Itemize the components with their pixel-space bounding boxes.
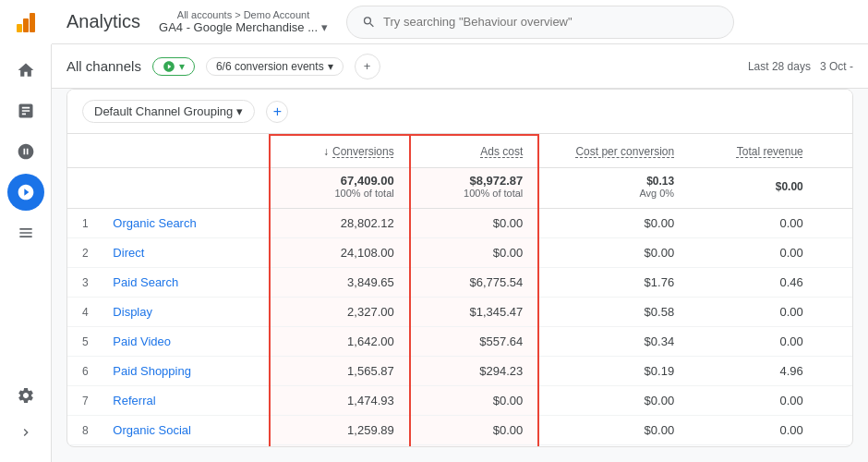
app-title: Analytics [66, 11, 140, 32]
row-rank: 1 [67, 209, 98, 238]
row-ads-cost: $557.64 [410, 327, 539, 357]
row-rank: 7 [67, 386, 98, 416]
sub-header: All channels ▾ 6/6 conversion events ▾ +… [52, 44, 868, 89]
row-cost-per-conversion: $0.34 [538, 327, 689, 357]
table-row: 3 Paid Search 3,849.65 $6,775.54 $1.76 0… [67, 268, 852, 298]
channel-name[interactable]: Referral [98, 386, 270, 416]
conversion-events-badge[interactable]: 6/6 conversion events ▾ [206, 57, 344, 76]
row-cost-per-conversion: $0.58 [538, 298, 689, 327]
top-bar: Analytics All accounts > Demo Account GA… [52, 0, 868, 44]
channel-name[interactable]: Direct [98, 238, 270, 268]
sidebar-item-home[interactable] [7, 52, 44, 89]
row-total-revenue: 0.00 [689, 298, 818, 327]
page-title: All channels [66, 58, 141, 74]
row-conversions: 3,849.65 [270, 268, 409, 298]
row-rank: 6 [67, 357, 98, 386]
account-name: GA4 - Google Merchandise ... [159, 20, 318, 34]
svg-rect-2 [30, 13, 35, 32]
table-row: 4 Display 2,327.00 $1,345.47 $0.58 0.00 [67, 298, 852, 327]
summary-row: 67,409.00100% of total $8,972.87100% of … [67, 168, 852, 209]
table-header-controls: Default Channel Grouping ▾ + [67, 90, 852, 134]
row-ads-cost: $0.00 [410, 209, 539, 238]
conversion-events-dropdown-icon: ▾ [328, 60, 333, 73]
breadcrumb-account[interactable]: GA4 - Google Merchandise ... ▾ [159, 20, 328, 34]
row-ads-cost: $0.00 [410, 386, 539, 416]
sidebar-item-reports[interactable] [7, 92, 44, 129]
channel-name[interactable]: Organic Social [98, 416, 270, 445]
cost-per-conversion-column-header[interactable]: Cost per conversion [538, 135, 689, 168]
table-row: 7 Referral 1,474.93 $0.00 $0.00 0.00 [67, 386, 852, 416]
total-revenue-column-header[interactable]: Total revenue [689, 135, 818, 168]
row-ads-cost: $294.23 [410, 357, 539, 386]
row-conversions: 1,474.93 [270, 386, 409, 416]
add-dimension-button[interactable]: + [266, 101, 288, 123]
channel-name[interactable]: Paid Search [98, 268, 270, 298]
row-rank: 8 [67, 416, 98, 445]
table-row: 6 Paid Shopping 1,565.87 $294.23 $0.19 4… [67, 357, 852, 386]
channel-name[interactable]: Paid Video [98, 327, 270, 357]
sidebar [0, 0, 52, 462]
row-ads-cost: $1,345.47 [410, 298, 539, 327]
sidebar-expand-button[interactable] [7, 418, 44, 447]
table-row: 8 Organic Social 1,259.89 $0.00 $0.00 0.… [67, 416, 852, 445]
row-total-revenue: 4.96 [689, 357, 818, 386]
row-conversions: 24,108.00 [270, 238, 409, 268]
channel-name[interactable]: Paid Shopping [98, 357, 270, 386]
breadcrumb: All accounts > Demo Account GA4 - Google… [159, 9, 328, 34]
search-input[interactable] [383, 15, 718, 29]
main-content: Analytics All accounts > Demo Account GA… [52, 0, 868, 462]
row-cost-per-conversion: $0.00 [538, 209, 689, 238]
row-conversions: 1,642.00 [270, 327, 409, 357]
sidebar-item-settings[interactable] [7, 377, 44, 414]
row-rank: 3 [67, 268, 98, 298]
row-cost-per-conversion: $0.00 [538, 416, 689, 445]
row-total-revenue: 0.00 [689, 238, 818, 268]
total-revenue-label: Total revenue [737, 145, 803, 158]
row-cost-per-conversion: $0.00 [538, 386, 689, 416]
rank-column-header [67, 135, 98, 168]
search-bar[interactable] [346, 6, 734, 39]
channel-name[interactable]: Email [98, 445, 270, 448]
table-row: 5 Paid Video 1,642.00 $557.64 $0.34 0.00 [67, 327, 852, 357]
channel-column-header [98, 135, 270, 168]
row-cost-per-conversion: $1.76 [538, 268, 689, 298]
row-conversions: 1,259.89 [270, 416, 409, 445]
date-range-label: Last 28 days [748, 60, 811, 73]
channel-grouping-button[interactable]: Default Channel Grouping ▾ [82, 100, 255, 123]
table-header-row: ↓ Conversions Ads cost Cost per conversi… [67, 135, 852, 168]
check-circle-icon [163, 60, 175, 73]
date-value: 3 Oct - [820, 60, 853, 73]
table-row: 2 Direct 24,108.00 $0.00 $0.00 0.00 [67, 238, 852, 268]
sidebar-item-configure[interactable] [7, 214, 44, 251]
row-conversions: 28,802.12 [270, 209, 409, 238]
conversions-label: Conversions [332, 145, 394, 158]
summary-total-revenue: $0.00 [689, 168, 818, 209]
row-rank: 2 [67, 238, 98, 268]
add-comparison-button[interactable]: + [355, 54, 380, 79]
row-ads-cost: $0.00 [410, 416, 539, 445]
conversions-column-header[interactable]: ↓ Conversions [270, 135, 409, 168]
sidebar-bottom [7, 377, 44, 462]
channel-grouping-dropdown-icon: ▾ [236, 104, 243, 118]
row-cost-per-conversion: $0.00 [538, 445, 689, 448]
ads-cost-label: Ads cost [480, 145, 523, 158]
sidebar-item-advertising[interactable] [7, 174, 44, 211]
ads-cost-column-header[interactable]: Ads cost [410, 135, 539, 168]
row-total-revenue: 0.00 [689, 209, 818, 238]
row-rank: 5 [67, 327, 98, 357]
channel-name[interactable]: Display [98, 298, 270, 327]
row-rank: 9 [67, 445, 98, 448]
row-total-revenue: 0.00 [689, 327, 818, 357]
summary-ads-cost: $8,972.87100% of total [410, 168, 539, 209]
app-logo [0, 0, 52, 44]
sidebar-navigation [0, 52, 51, 377]
table-row: 9 Email 1,159.27 $0.00 $0.00 0.00 [67, 445, 852, 448]
row-total-revenue: 0.46 [689, 268, 818, 298]
conversion-events-label: 6/6 conversion events [216, 60, 324, 73]
sidebar-item-explore[interactable] [7, 133, 44, 170]
account-dropdown-icon[interactable]: ▾ [321, 20, 328, 34]
conversions-sort-icon: ↓ [323, 145, 329, 158]
summary-cost-per-conversion: $0.13Avg 0% [538, 168, 689, 209]
conversion-status-badge[interactable]: ▾ [152, 57, 195, 76]
channel-name[interactable]: Organic Search [98, 209, 270, 238]
